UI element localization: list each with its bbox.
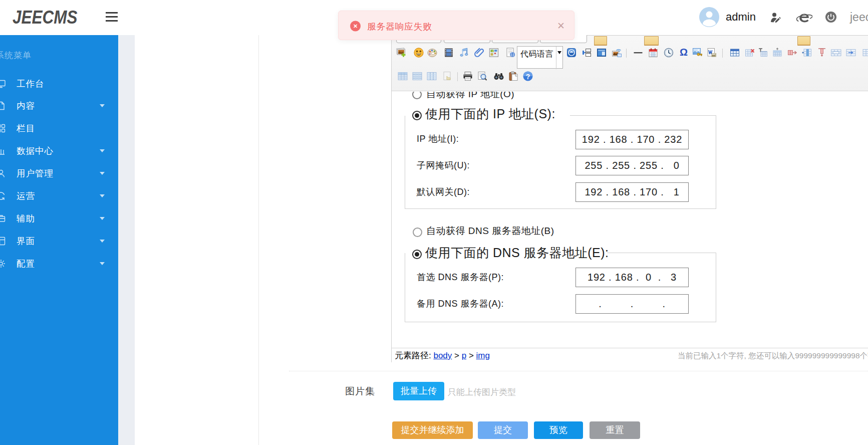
svg-text:Ω: Ω bbox=[680, 47, 688, 58]
svg-text:?: ? bbox=[526, 73, 530, 81]
